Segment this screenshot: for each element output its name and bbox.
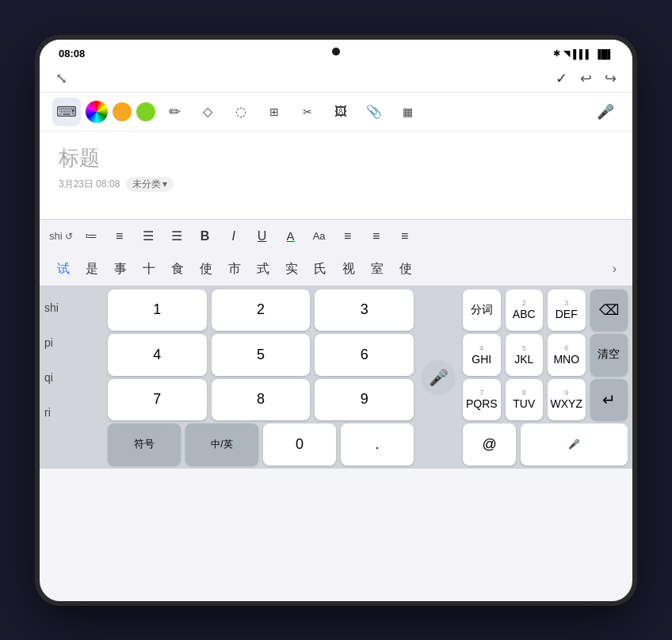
candidate-item-2[interactable]: 事 [106,258,135,281]
underline-button[interactable]: U [249,224,276,248]
align-left-button[interactable]: ≡ [334,224,361,248]
func-row-1: 分词 2 ABC 3 DEF ⌫ [463,289,628,331]
list-style-1-button[interactable]: ≔ [78,224,105,248]
list-style-4-button[interactable]: ☰ [163,224,190,248]
candidate-item-4[interactable]: 食 [163,258,192,281]
voice-icon: 🎤 [429,368,449,387]
ghi-top: 4 [479,344,483,352]
space-key[interactable]: 🎤 [521,423,628,466]
note-title-placeholder[interactable]: 标题 [59,144,613,172]
color-green-button[interactable] [136,102,155,121]
pqrs-key[interactable]: 7 PQRS [463,379,501,421]
def-key[interactable]: 3 DEF [548,289,586,331]
mno-key[interactable]: 6 MNO [548,334,586,376]
note-meta: 3月23日 08:08 未分类 ▾ [59,177,613,192]
status-time: 08:08 [59,48,85,59]
wxyz-key[interactable]: 9 WXYZ [548,379,586,421]
key-1[interactable]: 1 [108,289,207,331]
battery-icon: ▐█▌ [595,49,613,59]
crop-tool-button[interactable]: ⊞ [260,98,288,126]
eraser-tool-button[interactable]: ◇ [193,98,222,126]
collapse-button[interactable]: ⤡ [55,70,67,87]
bold-button[interactable]: B [192,224,219,248]
candidate-item-11[interactable]: 室 [363,258,391,281]
jkl-top: 5 [522,344,526,352]
key-4[interactable]: 4 [108,334,207,376]
clear-key[interactable]: 清空 [590,334,628,376]
candidate-item-6[interactable]: 市 [220,258,249,281]
key-7[interactable]: 7 [108,379,207,421]
abc-key[interactable]: 2 ABC [506,289,544,331]
key-2[interactable]: 2 [212,289,311,331]
note-date: 3月23日 08:08 [59,178,120,191]
pinyin-pi: pi [44,326,103,359]
mno-top: 6 [564,344,568,352]
keyboard-tool-button[interactable]: ⌨ [52,98,81,126]
candidate-item-7[interactable]: 式 [249,258,277,281]
func-row-3: 7 PQRS 8 TUV 9 WXYZ ↵ [463,379,628,421]
def-top: 3 [564,299,568,307]
keyboard-area: shi pi qi ri 1 2 3 4 5 6 7 8 9 符号 [40,286,632,469]
voice-button[interactable]: 🎤 [418,286,458,469]
funckeys: 分词 2 ABC 3 DEF ⌫ 4 GHI 5 J [458,286,632,469]
align-right-button[interactable]: ≡ [391,224,418,248]
candidate-item-12[interactable]: 使 [391,258,420,281]
font-size-button[interactable]: Aa [306,224,333,248]
candidate-item-8[interactable]: 实 [277,258,306,281]
candidate-item-5[interactable]: 使 [192,258,220,281]
key-9[interactable]: 9 [315,379,414,421]
input-mode-icon[interactable]: ↺ [65,231,73,242]
color-palette-button[interactable] [86,101,108,123]
wxyz-top: 9 [564,389,568,397]
candidate-more-button[interactable]: › [606,259,623,279]
pencil-tool-button[interactable]: ✏ [160,98,189,126]
abc-label: ABC [513,308,536,320]
symbols-key[interactable]: 符号 [108,423,181,466]
note-category-button[interactable]: 未分类 ▾ [126,177,174,192]
text-color-button[interactable]: A [277,224,304,248]
ghi-key[interactable]: 4 GHI [463,334,501,376]
mic-tool-button[interactable]: 🎤 [591,98,620,126]
color-yellow-button[interactable] [113,102,132,121]
tuv-label: TUV [513,397,535,410]
candidate-item-10[interactable]: 视 [334,258,363,281]
backspace-key[interactable]: ⌫ [590,289,628,331]
key-8[interactable]: 8 [212,379,311,421]
confirm-button[interactable]: ✓ [556,70,567,87]
align-center-button[interactable]: ≡ [363,224,390,248]
list-style-3-button[interactable]: ☰ [135,224,162,248]
undo-button[interactable]: ↩ [580,70,592,87]
space-mic-icon: 🎤 [568,439,580,450]
numpad-row-3: 7 8 9 [108,379,414,421]
tuv-top: 8 [522,389,526,397]
signal-icon: ▌▌▌ [573,49,591,59]
key-6[interactable]: 6 [315,334,414,376]
redo-button[interactable]: ↪ [605,70,617,87]
list-style-2-button[interactable]: ≡ [106,224,133,248]
note-body-area[interactable] [40,201,632,219]
candidate-item-3[interactable]: 十 [135,258,163,281]
texture-tool-button[interactable]: ▦ [393,98,422,126]
clip-tool-button[interactable]: 📎 [360,98,388,126]
lasso-tool-button[interactable]: ◌ [227,98,255,126]
tools-bar: ⌨ ✏ ◇ ◌ ⊞ ✂ 🖼 📎 ▦ 🎤 [40,93,632,132]
candidate-item-1[interactable]: 是 [78,258,106,281]
status-icons: ✱ ◥ ▌▌▌ ▐█▌ [553,48,613,59]
jkl-key[interactable]: 5 JKL [506,334,544,376]
enter-key[interactable]: ↵ [590,379,628,421]
note-area[interactable]: 标题 3月23日 08:08 未分类 ▾ [40,132,632,201]
key-dot[interactable]: . [341,423,414,466]
mno-label: MNO [553,353,579,366]
fenci-key[interactable]: 分词 [463,289,501,331]
key-5[interactable]: 5 [212,334,311,376]
image-tool-button[interactable]: 🖼 [326,98,355,126]
key-0[interactable]: 0 [263,423,336,466]
lang-switch-key[interactable]: 中/英 [185,423,258,466]
hand-tool-button[interactable]: ✂ [293,98,322,126]
tuv-key[interactable]: 8 TUV [506,379,544,421]
candidate-item-9[interactable]: 氏 [306,258,334,281]
candidate-item-0[interactable]: 试 [49,258,78,281]
key-3[interactable]: 3 [315,289,414,331]
at-key[interactable]: @ [463,423,516,466]
italic-button[interactable]: I [220,224,247,248]
